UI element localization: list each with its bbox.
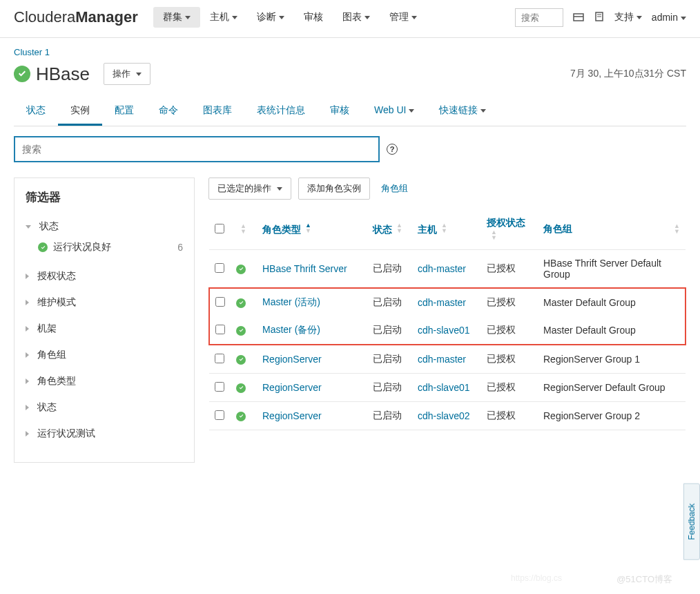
timestamp: 7月 30, 上午10点31分 CST — [570, 68, 686, 80]
tab-1[interactable]: 实例 — [58, 97, 102, 126]
tab-7[interactable]: Web UI — [362, 97, 427, 126]
filter-group-header[interactable]: 角色组 — [26, 346, 183, 364]
status-ok-icon — [236, 298, 246, 308]
filter-group-header[interactable]: 授权状态 — [26, 267, 183, 285]
role-group-link[interactable]: 角色组 — [381, 182, 408, 195]
col-host[interactable]: 主机▲▼ — [412, 209, 481, 250]
row-checkbox[interactable] — [215, 263, 224, 273]
table-row: RegionServer已启动cdh-slave01已授权RegionServe… — [209, 374, 686, 402]
filter-group-header[interactable]: 状态 — [26, 218, 183, 236]
row-auth: 已授权 — [481, 402, 538, 430]
role-link[interactable]: RegionServer — [262, 382, 322, 393]
main-nav: 群集 主机 诊断 审核 图表 管理 — [153, 7, 427, 28]
row-checkbox[interactable] — [215, 354, 224, 363]
support-menu[interactable]: 支持 — [614, 11, 642, 23]
host-link[interactable]: cdh-master — [418, 354, 466, 365]
parcel-icon[interactable] — [573, 12, 584, 23]
row-auth: 已授权 — [481, 345, 538, 374]
nav-clusters[interactable]: 群集 — [153, 7, 200, 28]
chevron-right-icon — [26, 379, 29, 384]
row-group: HBase Thrift Server Default Group — [538, 250, 686, 289]
nav-charts[interactable]: 图表 — [333, 7, 380, 28]
host-link[interactable]: cdh-master — [418, 263, 466, 274]
tab-4[interactable]: 图表库 — [191, 97, 244, 126]
row-checkbox[interactable] — [215, 325, 225, 334]
filter-item[interactable]: 运行状况良好6 — [26, 236, 183, 259]
filter-group-header[interactable]: 状态 — [26, 399, 183, 416]
chevron-right-icon — [26, 300, 29, 305]
status-ok-icon — [14, 66, 30, 82]
instances-table: ▲▼ 角色类型▲▼ 状态▲▼ 主机▲▼ 授权状态▲▼ 角色组▲▼ HBase T… — [208, 209, 686, 430]
help-icon[interactable]: ? — [387, 144, 398, 155]
filter-group-header[interactable]: 角色类型 — [26, 372, 183, 390]
row-group: RegionServer Group 2 — [538, 402, 686, 430]
tab-0[interactable]: 状态 — [14, 97, 58, 126]
select-all-checkbox[interactable] — [215, 224, 224, 233]
top-right: 支持 admin — [515, 8, 686, 27]
col-status[interactable]: 状态▲▼ — [367, 209, 412, 250]
tab-6[interactable]: 审核 — [318, 97, 362, 126]
row-auth: 已授权 — [481, 316, 538, 345]
filter-group-header[interactable]: 运行状况测试 — [26, 425, 183, 443]
nav-hosts[interactable]: 主机 — [200, 7, 247, 28]
actions-button[interactable]: 操作 — [104, 63, 150, 85]
nav-audit[interactable]: 审核 — [294, 7, 333, 28]
table-area: 已选定的操作 添加角色实例 角色组 ▲▼ 角色类型▲▼ 状态▲▼ 主机▲▼ 授权… — [208, 178, 686, 430]
chevron-right-icon — [26, 326, 29, 332]
row-status: 已启动 — [367, 316, 412, 345]
host-link[interactable]: cdh-slave02 — [418, 410, 470, 421]
row-checkbox[interactable] — [215, 297, 225, 307]
nav-admin[interactable]: 管理 — [380, 7, 427, 28]
col-role-type[interactable]: 角色类型▲▼ — [257, 209, 367, 250]
row-checkbox[interactable] — [215, 410, 224, 420]
instance-search-input[interactable] — [14, 136, 380, 162]
breadcrumb-cluster[interactable]: Cluster 1 — [14, 47, 50, 57]
host-link[interactable]: cdh-slave01 — [418, 325, 470, 336]
host-link[interactable]: cdh-master — [418, 297, 466, 308]
table-row: Master (备份)已启动cdh-slave01已授权Master Defau… — [209, 316, 686, 345]
tab-3[interactable]: 命令 — [146, 97, 191, 126]
row-auth: 已授权 — [481, 250, 538, 289]
row-status: 已启动 — [367, 250, 412, 289]
row-status: 已启动 — [367, 288, 412, 316]
role-link[interactable]: RegionServer — [262, 354, 322, 365]
role-link[interactable]: Master (备份) — [262, 324, 320, 335]
filter-title: 筛选器 — [26, 189, 183, 205]
host-link[interactable]: cdh-slave01 — [418, 382, 470, 393]
messages-icon[interactable] — [594, 12, 605, 23]
chevron-right-icon — [26, 405, 29, 410]
role-link[interactable]: HBase Thrift Server — [262, 263, 347, 274]
user-menu[interactable]: admin — [652, 12, 686, 23]
filter-group-header[interactable]: 机架 — [26, 320, 183, 338]
row-group: RegionServer Group 1 — [538, 345, 686, 374]
col-auth[interactable]: 授权状态▲▼ — [481, 209, 538, 250]
table-row: HBase Thrift Server已启动cdh-master已授权HBase… — [209, 250, 686, 289]
chevron-right-icon — [26, 274, 29, 279]
top-bar: Cloudera Manager 群集 主机 诊断 审核 图表 管理 支持 ad… — [0, 0, 700, 38]
tab-5[interactable]: 表统计信息 — [244, 97, 318, 126]
chevron-right-icon — [26, 431, 29, 437]
status-ok-icon — [38, 242, 48, 252]
row-checkbox[interactable] — [215, 382, 224, 392]
status-ok-icon — [236, 412, 246, 421]
svg-rect-0 — [574, 14, 583, 21]
selected-actions-button[interactable]: 已选定的操作 — [208, 178, 291, 200]
service-header: HBase 操作 7月 30, 上午10点31分 CST — [14, 63, 686, 85]
logo-product: Manager — [75, 8, 137, 26]
col-group[interactable]: 角色组▲▼ — [538, 209, 686, 250]
row-group: Master Default Group — [538, 316, 686, 345]
row-status: 已启动 — [367, 345, 412, 374]
chevron-right-icon — [26, 352, 29, 358]
service-title: HBase — [36, 64, 90, 85]
add-role-button[interactable]: 添加角色实例 — [298, 178, 370, 200]
tab-2[interactable]: 配置 — [102, 97, 146, 126]
tab-8[interactable]: 快速链接 — [427, 97, 498, 126]
filter-group-header[interactable]: 维护模式 — [26, 294, 183, 312]
logo-brand: Cloudera — [14, 8, 75, 26]
row-group: Master Default Group — [538, 288, 686, 316]
role-link[interactable]: Master (活动) — [262, 296, 320, 307]
row-auth: 已授权 — [481, 288, 538, 316]
role-link[interactable]: RegionServer — [262, 410, 322, 421]
nav-diagnostics[interactable]: 诊断 — [247, 7, 294, 28]
global-search-input[interactable] — [515, 8, 563, 27]
